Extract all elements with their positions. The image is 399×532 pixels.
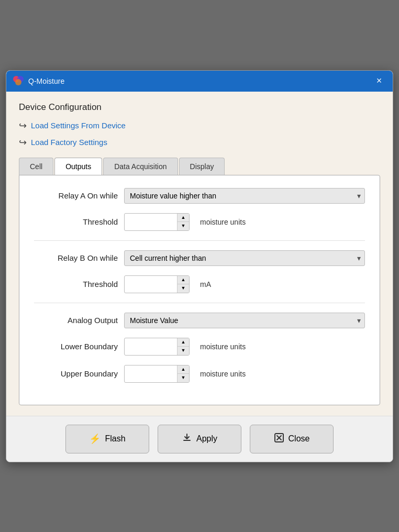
window-close-button[interactable]: × <box>372 74 386 88</box>
relay-a-threshold-label: Threshold <box>34 217 118 226</box>
load-factory-row: ↪ Load Factory Settings <box>19 137 380 148</box>
relay-a-spinbox-buttons: ▲ ▼ <box>177 214 189 230</box>
load-from-device-row: ↪ Load Settings From Device <box>19 120 380 131</box>
app-icon <box>13 75 24 87</box>
tab-outputs[interactable]: Outputs <box>54 158 102 175</box>
lower-boundary-input[interactable]: 0,000 <box>125 340 177 353</box>
apply-button[interactable]: Apply <box>158 425 241 453</box>
flash-icon: ⚡ <box>89 433 101 445</box>
relay-b-spinbox-buttons: ▲ ▼ <box>177 276 189 293</box>
relay-a-threshold-row: Threshold 50,000 ▲ ▼ moisture units <box>34 213 365 231</box>
analog-output-row: Analog Output Moisture Value Cell Curren… <box>34 313 365 328</box>
flash-button[interactable]: ⚡ Flash <box>65 425 149 453</box>
lower-boundary-row: Lower Boundary 0,000 ▲ ▼ moisture units <box>34 338 365 356</box>
lower-boundary-spinbox-down[interactable]: ▼ <box>178 347 189 355</box>
tab-display[interactable]: Display <box>179 158 225 175</box>
relay-a-spinbox-up[interactable]: ▲ <box>178 214 189 222</box>
divider-1 <box>34 240 365 241</box>
load-factory-link[interactable]: Load Factory Settings <box>31 138 107 147</box>
title-bar-left: Q-Moisture <box>13 75 64 87</box>
footer: ⚡ Flash Apply Close <box>6 416 393 462</box>
upper-boundary-spinbox-down[interactable]: ▼ <box>178 374 189 382</box>
title-bar: Q-Moisture × <box>6 71 393 92</box>
lower-boundary-unit: moisture units <box>200 342 246 351</box>
close-icon <box>274 433 284 446</box>
tab-data-acquisition[interactable]: Data Acquisition <box>103 158 178 175</box>
relay-b-row: Relay B On while Cell current higher tha… <box>34 250 365 266</box>
relay-b-select[interactable]: Cell current higher than Cell current lo… <box>124 250 365 266</box>
relay-a-row: Relay A On while Moisture value higher t… <box>34 188 365 204</box>
close-button[interactable]: Close <box>250 425 334 453</box>
svg-rect-3 <box>183 440 191 441</box>
relay-a-select-wrapper: Moisture value higher than Moisture valu… <box>124 188 365 204</box>
divider-2 <box>34 303 365 303</box>
lower-boundary-spinbox-buttons: ▲ ▼ <box>177 338 189 355</box>
relay-b-spinbox-down[interactable]: ▼ <box>178 284 189 293</box>
relay-a-threshold-input[interactable]: 50,000 <box>125 215 177 229</box>
content-area: Device Configuration ↪ Load Settings Fro… <box>6 92 393 416</box>
analog-output-select[interactable]: Moisture Value Cell Current Temperature <box>124 313 365 328</box>
flash-label: Flash <box>105 434 125 444</box>
apply-icon <box>182 433 192 446</box>
lower-boundary-spinbox-up[interactable]: ▲ <box>178 338 189 347</box>
upper-boundary-spinbox-up[interactable]: ▲ <box>178 365 189 374</box>
upper-boundary-row: Upper Boundary 100,000 ▲ ▼ moisture unit… <box>34 365 365 383</box>
main-window: Q-Moisture × Device Configuration ↪ Load… <box>6 70 393 462</box>
relay-a-unit: moisture units <box>200 218 246 226</box>
relay-a-label: Relay A On while <box>34 191 118 200</box>
relay-b-spinbox: 20,000 ▲ ▼ <box>124 275 190 293</box>
upper-boundary-spinbox-buttons: ▲ ▼ <box>177 365 189 382</box>
upper-boundary-unit: moisture units <box>200 370 246 378</box>
relay-b-threshold-input[interactable]: 20,000 <box>125 278 177 291</box>
upper-boundary-input[interactable]: 100,000 <box>125 367 177 381</box>
lower-boundary-spinbox: 0,000 ▲ ▼ <box>124 338 190 356</box>
tab-cell[interactable]: Cell <box>19 158 53 175</box>
tab-content-outputs: Relay A On while Moisture value higher t… <box>19 175 380 405</box>
relay-b-spinbox-up[interactable]: ▲ <box>178 276 189 284</box>
relay-b-label: Relay B On while <box>34 253 118 262</box>
relay-a-spinbox: 50,000 ▲ ▼ <box>124 213 190 231</box>
analog-output-select-wrapper: Moisture Value Cell Current Temperature <box>124 313 365 328</box>
analog-output-label: Analog Output <box>34 316 118 325</box>
relay-b-threshold-row: Threshold 20,000 ▲ ▼ mA <box>34 275 365 293</box>
relay-b-select-wrapper: Cell current higher than Cell current lo… <box>124 250 365 266</box>
relay-a-spinbox-down[interactable]: ▼ <box>178 222 189 230</box>
page-title: Device Configuration <box>19 102 380 113</box>
tabs-row: Cell Outputs Data Acquisition Display <box>19 158 380 175</box>
link-arrow-icon: ↪ <box>19 120 27 131</box>
close-label: Close <box>289 434 310 444</box>
apply-label: Apply <box>196 434 217 444</box>
relay-b-threshold-label: Threshold <box>34 280 118 289</box>
link-arrow-icon-2: ↪ <box>19 137 27 148</box>
relay-b-unit: mA <box>200 280 211 289</box>
svg-point-2 <box>15 79 21 85</box>
upper-boundary-label: Upper Boundary <box>34 369 118 378</box>
relay-a-select[interactable]: Moisture value higher than Moisture valu… <box>124 188 365 204</box>
upper-boundary-spinbox: 100,000 ▲ ▼ <box>124 365 190 383</box>
window-title: Q-Moisture <box>28 77 64 85</box>
lower-boundary-label: Lower Boundary <box>34 342 118 351</box>
load-from-device-link[interactable]: Load Settings From Device <box>31 121 126 130</box>
